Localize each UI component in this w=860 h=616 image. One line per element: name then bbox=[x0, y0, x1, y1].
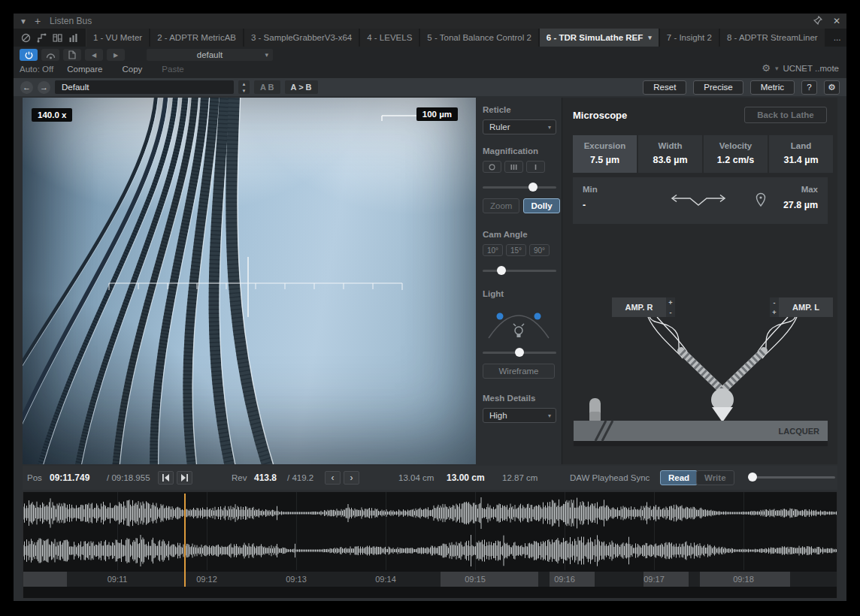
mag-mode-circle-button[interactable] bbox=[483, 161, 501, 173]
stat-width[interactable]: Width 83.6 µm bbox=[638, 135, 702, 173]
spinner-up-icon[interactable]: ▲ bbox=[238, 80, 250, 87]
stat-velocity[interactable]: Velocity 1.2 cm/s bbox=[704, 135, 768, 173]
reference-stylus bbox=[589, 398, 601, 422]
light-source-right[interactable] bbox=[534, 313, 541, 320]
stat-land[interactable]: Land 31.4 µm bbox=[769, 135, 833, 173]
write-button[interactable]: Write bbox=[696, 470, 734, 485]
chevron-down-icon[interactable]: ▾ bbox=[775, 65, 779, 72]
metric-button[interactable]: Metric bbox=[750, 80, 795, 95]
reset-button[interactable]: Reset bbox=[643, 80, 686, 95]
svg-text:-: - bbox=[670, 309, 672, 316]
waveform-display[interactable]: 09:11 09:12 09:13 09:14 09:15 09:16 09:1… bbox=[23, 491, 837, 599]
ucnet-remote-label[interactable]: UCNET ..mote bbox=[783, 64, 839, 73]
groove-render bbox=[23, 98, 476, 464]
time-tick: 09:14 bbox=[375, 575, 396, 584]
window-menu-caret-icon[interactable]: ▼ bbox=[20, 17, 27, 26]
magnification-slider[interactable] bbox=[483, 182, 556, 192]
preset-dropdown[interactable]: default ▾ bbox=[147, 49, 273, 61]
groove-stats: Excursion 7.5 µm Width 83.6 µm Velocity … bbox=[573, 135, 833, 173]
rev-label: Rev bbox=[232, 473, 247, 482]
spinner-down-icon[interactable]: ▼ bbox=[238, 87, 250, 94]
cutter-head-diagram: AMP. R + - AMP. L - + bbox=[562, 287, 838, 458]
sidechain-icon[interactable] bbox=[41, 49, 59, 61]
pin-icon[interactable] bbox=[813, 16, 822, 27]
skip-to-end-button[interactable] bbox=[177, 471, 192, 485]
cam-angle-10-button[interactable]: 10° bbox=[483, 244, 503, 256]
tab-vu-meter[interactable]: 1 - VU Meter bbox=[86, 29, 150, 47]
playhead-cursor[interactable] bbox=[184, 494, 186, 587]
dolly-button[interactable]: Dolly bbox=[523, 198, 559, 213]
meter-icon[interactable] bbox=[68, 33, 78, 43]
compare-button[interactable]: Compare bbox=[67, 65, 102, 74]
close-icon[interactable]: ✕ bbox=[833, 16, 840, 26]
automation-mode-label[interactable]: Auto: Off bbox=[20, 65, 53, 74]
tab-tonal-balance[interactable]: 5 - Tonal Balance Control 2 bbox=[420, 29, 539, 47]
mesh-details-label: Mesh Details bbox=[483, 394, 556, 403]
next-rev-button[interactable]: › bbox=[344, 471, 359, 485]
reticle-select-value: Ruler bbox=[489, 122, 510, 131]
stat-value: 7.5 µm bbox=[573, 155, 637, 165]
tab-adptr-metricab[interactable]: 2 - ADPTR MetricAB bbox=[150, 29, 244, 47]
back-to-lathe-button[interactable]: Back to Lathe bbox=[744, 107, 827, 123]
mag-mode-single-bar-button[interactable] bbox=[526, 161, 545, 173]
waveform-zoom-slider[interactable] bbox=[748, 473, 835, 483]
copy-button[interactable]: Copy bbox=[123, 65, 143, 74]
stat-excursion[interactable]: Excursion 7.5 µm bbox=[573, 135, 637, 173]
window-titlebar: ▼ + Listen Bus ✕ bbox=[14, 14, 846, 29]
skip-to-start-button[interactable] bbox=[158, 471, 174, 485]
tab-insight[interactable]: 7 - Insight 2 bbox=[660, 29, 719, 47]
cam-angle-90-button[interactable]: 90° bbox=[529, 244, 550, 256]
preset-spinner[interactable]: ▲ ▼ bbox=[238, 80, 250, 94]
slider-thumb[interactable] bbox=[515, 348, 524, 357]
tab-overflow-button[interactable]: ... bbox=[826, 29, 846, 47]
nav-forward-button[interactable]: → bbox=[38, 81, 50, 94]
pos-value[interactable]: 09:11.749 bbox=[50, 473, 89, 483]
tab-levels[interactable]: 4 - LEVELS bbox=[360, 29, 419, 47]
amp-r-button[interactable]: AMP. R + - bbox=[612, 297, 675, 317]
reticle-select[interactable]: Ruler ▾ bbox=[483, 119, 556, 134]
ab-compare-button[interactable]: A B bbox=[254, 80, 280, 94]
location-pin-icon[interactable] bbox=[755, 192, 767, 207]
prev-rev-button[interactable]: ‹ bbox=[325, 471, 341, 485]
wireframe-button[interactable]: Wireframe bbox=[483, 364, 555, 379]
cam-angle-15-button[interactable]: 15° bbox=[506, 244, 526, 256]
preset-name-field[interactable]: Default bbox=[55, 80, 234, 94]
mag-mode-bars-button[interactable] bbox=[504, 161, 523, 173]
min-label: Min bbox=[583, 185, 598, 194]
mesh-details-select[interactable]: High ▾ bbox=[483, 408, 556, 423]
ruler-segment bbox=[23, 572, 67, 587]
timeline-ruler[interactable]: 09:11 09:12 09:13 09:14 09:15 09:16 09:1… bbox=[23, 572, 837, 587]
pos-label: Pos bbox=[27, 473, 42, 482]
light-source-left[interactable] bbox=[497, 313, 504, 320]
add-tab-button[interactable]: + bbox=[35, 15, 41, 27]
rev-value[interactable]: 413.8 bbox=[254, 473, 277, 483]
next-preset-button[interactable]: ▶ bbox=[107, 49, 125, 61]
copy-a-to-b-button[interactable]: A > B bbox=[285, 80, 318, 94]
settings-gear-icon[interactable]: ⚙ bbox=[762, 62, 771, 74]
routing-icon[interactable] bbox=[37, 33, 47, 43]
bypass-all-icon[interactable] bbox=[21, 33, 31, 43]
help-button[interactable]: ? bbox=[801, 80, 817, 95]
tab-samplegrabber[interactable]: 3 - SampleGrabberV3-x64 bbox=[244, 29, 359, 47]
prev-preset-button[interactable]: ◀ bbox=[85, 49, 103, 61]
precise-button[interactable]: Precise bbox=[693, 80, 743, 95]
power-button[interactable] bbox=[20, 49, 38, 61]
tab-adptr-streamliner[interactable]: 8 - ADPTR StreamLiner bbox=[720, 29, 825, 47]
slider-thumb[interactable] bbox=[528, 183, 538, 192]
light-intensity-slider[interactable] bbox=[483, 347, 556, 358]
light-position-widget[interactable] bbox=[483, 303, 555, 341]
nav-back-button[interactable]: ← bbox=[20, 81, 33, 94]
paste-button[interactable]: Paste bbox=[162, 65, 183, 74]
zoom-button[interactable]: Zoom bbox=[483, 198, 519, 213]
amp-l-button[interactable]: AMP. L - + bbox=[770, 297, 833, 317]
microscope-3d-viewport[interactable]: 140.0 x 100 µm bbox=[23, 98, 476, 464]
inserts-icon[interactable] bbox=[53, 33, 62, 43]
plugin-settings-button[interactable]: ⚙ bbox=[824, 80, 840, 95]
preset-file-icon[interactable] bbox=[63, 49, 81, 61]
slider-thumb[interactable] bbox=[748, 473, 757, 482]
cam-angle-slider[interactable] bbox=[483, 265, 556, 276]
read-button[interactable]: Read bbox=[660, 470, 698, 485]
amp-l-label: AMP. L bbox=[792, 303, 819, 312]
slider-thumb[interactable] bbox=[497, 266, 506, 275]
tab-tdr-simulathe[interactable]: 6 - TDR SimuLathe REF ▾ bbox=[540, 29, 659, 47]
